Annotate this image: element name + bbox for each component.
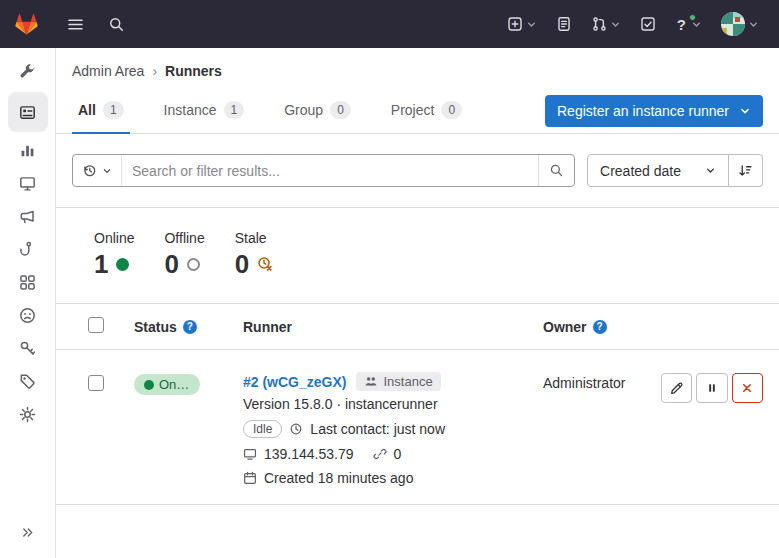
- sort-direction-button[interactable]: [729, 154, 763, 187]
- search-history-button[interactable]: [73, 155, 122, 186]
- breadcrumb-separator: ›: [152, 63, 157, 79]
- sidebar-item-admin-overview[interactable]: [0, 55, 56, 88]
- filtered-search: [72, 154, 575, 187]
- face-icon: [19, 307, 36, 324]
- tab-group[interactable]: Group 0: [278, 89, 357, 134]
- users-icon: [364, 375, 378, 389]
- runner-last-contact: Last contact: just now: [310, 421, 445, 437]
- grid-icon: [19, 274, 36, 291]
- runner-status-badge: Online: [134, 374, 200, 395]
- new-menu-button[interactable]: [501, 10, 543, 38]
- monitor-icon: [19, 175, 36, 192]
- stale-clock-icon: [257, 256, 273, 272]
- chevron-down-icon: [748, 19, 759, 30]
- breadcrumb-admin-area-link[interactable]: Admin Area: [72, 63, 144, 79]
- active-item-highlight: [8, 92, 48, 132]
- avatar-image: [721, 12, 745, 36]
- breadcrumb: Admin Area › Runners: [72, 48, 763, 88]
- select-row-checkbox[interactable]: [88, 375, 104, 391]
- runner-header: Runner: [243, 319, 292, 335]
- help-menu-button[interactable]: ?: [669, 11, 708, 38]
- tab-all-count: 1: [103, 101, 124, 119]
- pause-runner-button[interactable]: [696, 373, 727, 403]
- edit-runner-button[interactable]: [661, 373, 692, 403]
- owner-help-icon[interactable]: ?: [593, 320, 607, 334]
- chevron-down-icon: [691, 19, 702, 30]
- register-instance-runner-button[interactable]: Register an instance runner: [545, 95, 763, 127]
- runner-actions: [657, 350, 763, 504]
- chevron-down-icon: [610, 19, 621, 30]
- search-input[interactable]: [122, 155, 538, 186]
- hamburger-menu-button[interactable]: [61, 10, 90, 39]
- wrench-icon: [19, 63, 36, 80]
- sidebar-item-settings[interactable]: [0, 398, 56, 431]
- breadcrumb-current: Runners: [165, 63, 222, 79]
- merge-request-icon: [591, 16, 607, 32]
- tab-instance[interactable]: Instance 1: [158, 89, 251, 134]
- question-mark-icon: ?: [675, 17, 688, 32]
- search-submit-button[interactable]: [538, 155, 574, 186]
- sidebar-item-deploy-keys[interactable]: [0, 332, 56, 365]
- runner-owner[interactable]: Administrator: [543, 375, 625, 391]
- sort-descending-icon: [738, 163, 753, 178]
- runner-version: Version 15.8.0 · instancerunner: [243, 396, 543, 412]
- tab-group-count: 0: [330, 101, 351, 119]
- document-icon: [556, 16, 572, 32]
- sidebar-item-labels[interactable]: [0, 365, 56, 398]
- runner-type-badge: Instance: [356, 372, 440, 391]
- filter-bar: Created date: [56, 134, 779, 208]
- sidebar-item-applications[interactable]: [0, 266, 56, 299]
- tab-project[interactable]: Project 0: [385, 89, 468, 134]
- sidebar-item-monitoring[interactable]: [0, 167, 56, 200]
- tab-all[interactable]: All 1: [72, 89, 130, 134]
- issues-button[interactable]: [550, 10, 578, 38]
- pause-icon: [705, 381, 719, 395]
- sidebar-item-overview[interactable]: [0, 92, 56, 132]
- sidebar-item-messages[interactable]: [0, 200, 56, 233]
- todos-button[interactable]: [634, 10, 662, 38]
- select-all-checkbox[interactable]: [88, 317, 104, 333]
- close-icon: [740, 381, 754, 395]
- chevron-down-icon: [705, 165, 716, 176]
- main-content: Admin Area › Runners All 1 Instance 1 Gr…: [56, 48, 779, 558]
- delete-runner-button[interactable]: [732, 373, 763, 403]
- gitlab-logo[interactable]: [14, 12, 39, 36]
- admin-sidebar: [0, 48, 56, 558]
- sidebar-item-system-hooks[interactable]: [0, 233, 56, 266]
- runner-name-link[interactable]: #2 (wCG_zeGX): [243, 374, 346, 390]
- sidebar-item-abuse-reports[interactable]: [0, 299, 56, 332]
- sidebar-collapse-button[interactable]: [0, 514, 56, 550]
- chart-icon: [19, 142, 36, 159]
- avatar: [721, 12, 745, 36]
- runner-tabs-row: All 1 Instance 1 Group 0 Project 0 Regis…: [56, 88, 779, 134]
- merge-requests-button[interactable]: [585, 10, 627, 38]
- sort-by-dropdown[interactable]: Created date: [587, 154, 729, 187]
- top-bar: ?: [0, 0, 779, 48]
- overview-icon: [19, 104, 36, 121]
- chevron-down-icon: [739, 105, 751, 117]
- host-icon: [243, 447, 257, 461]
- runner-linked-count: 0: [394, 446, 402, 462]
- user-menu-button[interactable]: [715, 6, 765, 42]
- runner-created: Created 18 minutes ago: [264, 470, 413, 486]
- calendar-icon: [243, 471, 257, 485]
- runner-status-stats: Online 1 Offline 0 Stale 0: [72, 208, 763, 303]
- topbar-search-button[interactable]: [102, 10, 131, 39]
- clock-icon: [289, 422, 303, 436]
- status-help-icon[interactable]: ?: [183, 320, 197, 334]
- pencil-icon: [669, 381, 684, 396]
- sort-controls: Created date: [587, 154, 763, 187]
- runner-table-row: Online #2 (wCG_zeGX) Instance Version 15…: [56, 350, 779, 505]
- stat-stale: Stale 0: [235, 230, 273, 279]
- runner-ip-address: 139.144.53.79: [264, 446, 354, 462]
- search-icon: [549, 163, 564, 178]
- search-icon: [108, 16, 125, 33]
- double-chevron-icon: [20, 525, 35, 540]
- link-icon: [373, 447, 387, 461]
- chevron-down-icon: [102, 166, 112, 176]
- history-icon: [82, 163, 97, 178]
- stat-offline: Offline 0: [164, 230, 204, 279]
- runner-activity-badge: Idle: [243, 420, 282, 438]
- sidebar-item-analytics[interactable]: [0, 134, 56, 167]
- chevron-down-icon: [526, 19, 537, 30]
